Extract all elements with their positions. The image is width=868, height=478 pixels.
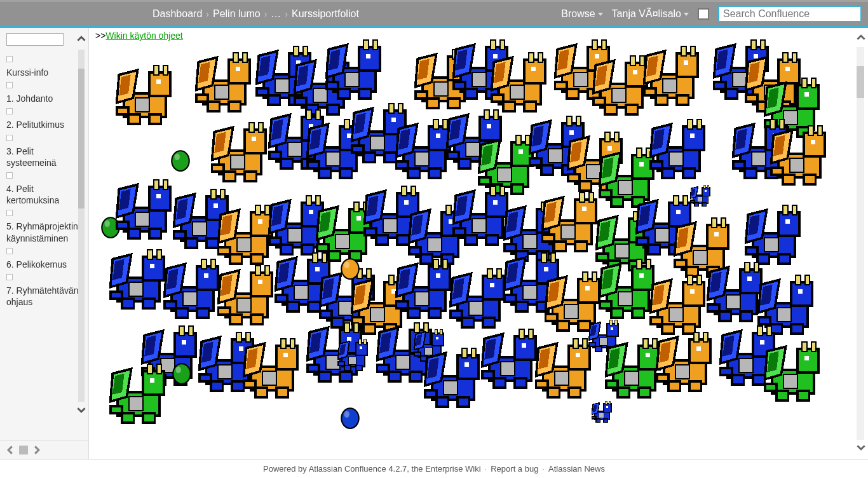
svg-rect-550 [497,269,501,278]
svg-rect-745 [639,388,650,397]
dragon-sprite[interactable] [763,335,832,405]
tools-icon[interactable] [698,8,709,20]
dragon-egg-sprite[interactable] [340,405,360,429]
footer-report-bug-link[interactable]: Report a bug [491,464,538,474]
svg-rect-793 [150,378,154,383]
sidebar-item-link[interactable]: Kurssi-info [6,67,85,78]
dragon-sprite[interactable] [324,33,394,103]
svg-rect-248 [605,132,609,142]
footer-news-link[interactable]: Atlassian News [548,464,605,474]
link-prefix: >> [95,31,105,41]
svg-rect-166 [231,155,245,169]
svg-rect-796 [111,406,122,413]
svg-rect-269 [683,126,704,150]
sidebar-item-link[interactable]: 3. Pelit systeemeinä [6,146,85,168]
tree-toggle-icon[interactable] [6,210,13,216]
sidebar-scrollbar[interactable] [78,50,85,402]
svg-rect-270 [688,119,692,129]
scroll-down-icon[interactable] [77,406,86,414]
dragon-canvas [95,52,858,446]
sidebar-item-link[interactable]: 5. Ryhmäprojektin käynnistäminen [6,221,85,243]
svg-rect-723 [569,388,580,397]
svg-rect-282 [707,185,709,188]
svg-rect-362 [356,216,361,221]
dragon-sprite[interactable] [114,58,184,128]
tree-toggle-icon[interactable] [6,172,13,179]
svg-rect-216 [494,110,498,119]
svg-rect-45 [338,89,349,99]
svg-rect-316 [154,180,158,189]
tree-toggle-icon[interactable] [6,82,13,88]
svg-rect-594 [697,275,702,285]
svg-rect-703 [462,348,466,358]
svg-rect-6 [156,79,161,84]
dragon-egg-sprite[interactable] [170,147,191,172]
svg-rect-778 [797,391,809,400]
browse-menu[interactable]: Browse [561,8,602,20]
svg-rect-136 [783,53,787,62]
svg-rect-201 [408,168,419,178]
svg-rect-212 [459,159,470,168]
svg-rect-486 [165,301,176,308]
tree-toggle-icon[interactable] [6,135,13,141]
svg-rect-494 [258,280,262,284]
scroll-up-icon[interactable] [857,33,865,44]
svg-rect-303 [808,126,813,135]
dragon-sprite[interactable] [108,357,178,427]
footer-powered-prefix: Powered by [263,464,309,474]
sidebar-item-link[interactable]: 7. Ryhmätehtävän ohjaus [6,285,85,308]
svg-rect-764 [675,365,689,379]
svg-point-799 [176,367,181,374]
sidebar-search-input[interactable] [6,33,64,46]
sidebar-item-link[interactable]: 4. Pelit kertomuksina [6,183,85,206]
sidebar-item-link[interactable]: 1. Johdanto [6,93,85,104]
dragon-sprite[interactable] [241,332,311,402]
dragon-sprite[interactable] [648,113,718,182]
search-input[interactable] [718,6,862,22]
sidebar-item-link[interactable]: 6. Pelikokemus [6,259,85,270]
dragon-egg-sprite[interactable] [172,360,192,385]
dragon-sprite[interactable] [591,399,616,424]
svg-rect-194 [398,104,403,113]
svg-rect-593 [688,275,692,285]
breadcrumb-ellipsis[interactable]: … [271,8,281,20]
svg-rect-204 [433,119,438,129]
wiki-help-link[interactable]: Wikin käytön ohjeet [105,31,182,41]
svg-rect-805 [609,401,611,404]
svg-rect-5 [163,65,168,75]
breadcrumb-dashboard[interactable]: Dashboard [153,8,202,20]
scroll-down-icon[interactable] [857,443,865,454]
svg-rect-498 [237,298,251,312]
svg-rect-289 [745,168,756,178]
svg-rect-360 [354,202,358,212]
tree-toggle-icon[interactable] [6,108,13,114]
svg-rect-660 [354,323,358,332]
tree-toggle-icon[interactable] [6,274,13,280]
svg-rect-549 [487,269,492,278]
sidebar: Kurssi-info1. Johdanto2. Pelitutkimus3. … [0,28,89,459]
main-scrollbar[interactable] [857,47,864,440]
svg-rect-10 [135,98,149,112]
svg-rect-146 [797,85,818,109]
history-forward-button[interactable] [32,445,42,455]
dragon-sprite[interactable] [642,39,712,109]
user-menu[interactable]: Tanja VÃ¤lisalo [612,8,689,20]
svg-rect-792 [157,364,161,374]
tree-toggle-icon[interactable] [6,56,13,62]
svg-rect-571 [583,272,587,282]
breadcrumb-page[interactable]: Kurssiportfoliot [292,8,359,20]
svg-rect-388 [428,238,442,252]
dragon-sprite[interactable] [769,119,839,189]
svg-rect-497 [219,308,230,315]
footer-product-link[interactable]: Atlassian Confluence [309,464,386,474]
dragon-sprite[interactable] [337,335,375,373]
dragon-sprite[interactable] [654,325,724,395]
svg-rect-304 [818,126,822,135]
breadcrumb-space[interactable]: Pelin lumo [213,8,261,20]
tree-toggle-icon[interactable] [6,248,13,254]
dragon-sprite[interactable] [194,46,264,116]
svg-rect-177 [288,142,302,156]
scroll-up-icon[interactable] [77,34,86,43]
sidebar-item-link[interactable]: 2. Pelitutkimus [6,119,85,130]
history-back-button[interactable] [5,445,15,455]
